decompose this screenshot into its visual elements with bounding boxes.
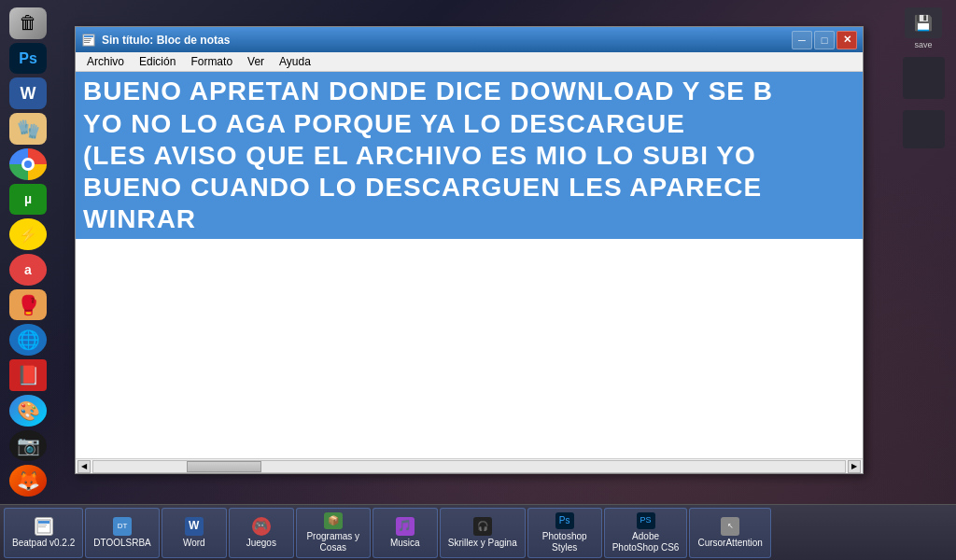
juegos-label: Juegos [246,538,276,549]
musica-label: Musica [390,538,420,549]
beatpad-label: Beatpad v0.2.2 [12,538,75,549]
psstyles-label: Photoshop Styles [542,531,587,553]
notepad-text[interactable]: BUENO APRETAN DONDE DICE DOWNLOAD Y SE B… [76,72,863,239]
svg-rect-7 [38,525,47,525]
window-titlebar[interactable]: Sin título: Bloc de notas ─ □ ✕ [76,27,863,52]
taskbar-dtoolsrba[interactable]: DT DTOOLSRBA [85,508,160,558]
svg-rect-6 [38,521,49,524]
text-line-4: BUENO CUANDO LO DESCARGUEN LES APARECE [83,172,855,203]
svg-rect-1 [84,35,93,37]
taskbar-programas[interactable]: 📦 Programas y Cosas [296,508,371,558]
book-icon[interactable]: 📕 [9,359,47,391]
firefox-icon[interactable]: 🦊 [9,465,47,497]
beatpad-icon [35,517,53,536]
menu-ver[interactable]: Ver [240,53,272,70]
window-controls: ─ □ ✕ [792,31,857,49]
psstyles-icon: Ps [555,512,574,529]
minimize-button[interactable]: ─ [792,31,812,49]
sidebar: 🗑 Ps W 🧤 µ ⚡ a 🥊 🌐 📕 🎨 📷 🦊 [0,0,56,504]
globe-icon[interactable]: 🌐 [9,324,47,356]
empty-text-area[interactable] [76,239,863,388]
cursor-icon: ↖ [721,517,739,536]
musica-icon: 🎵 [396,517,415,536]
right-panel: 💾 save [891,0,956,504]
svg-rect-4 [84,42,90,43]
maximize-button[interactable]: □ [814,31,835,49]
horizontal-scrollbar[interactable]: ◀ ▶ [76,458,863,473]
utorrent-icon[interactable]: µ [9,184,47,216]
baseball-glove-1-icon[interactable]: 🧤 [9,113,47,145]
skrillex-label: Skrillex y Pagina [448,538,517,549]
photoshop-icon[interactable]: Ps [9,43,47,75]
desktop: 🗑 Ps W 🧤 µ ⚡ a 🥊 🌐 📕 🎨 📷 🦊 💾 [0,0,956,560]
notepad-body: BUENO APRETAN DONDE DICE DOWNLOAD Y SE B… [76,72,863,458]
baseball-glove-2-icon[interactable]: 🥊 [9,289,47,321]
scroll-thumb[interactable] [187,461,261,472]
text-line-3: (LES AVISO QUE EL ARCHIVO ES MIO LO SUBI… [83,140,855,172]
menu-bar: Archivo Edición Formato Ver Ayuda [76,52,863,72]
taskbar-beatpad[interactable]: Beatpad v0.2.2 [4,508,83,558]
skrillex-icon: 🎧 [473,517,492,536]
dtoolsrba-label: DTOOLSRBA [93,538,151,549]
svg-rect-3 [84,40,91,41]
scroll-right-arrow[interactable]: ▶ [848,460,861,473]
bolt-icon[interactable]: ⚡ [9,218,47,250]
right-dark-box-2[interactable] [900,106,947,148]
pscs6-icon: PS [637,512,655,529]
juegos-icon: 🎮 [252,517,271,536]
text-line-2: YO NO LO AGA PORQUE YA LO DESCARGUE [83,108,855,140]
taskbar-cursor[interactable]: ↖ CursorAttention [689,508,770,558]
text-content-area[interactable]: BUENO APRETAN DONDE DICE DOWNLOAD Y SE B… [76,72,863,458]
scroll-track[interactable] [92,460,846,473]
taskbar-psstyles[interactable]: Ps Photoshop Styles [527,508,602,558]
taskbar-word[interactable]: W Word [162,508,227,558]
save-icon-right[interactable]: 💾 save [900,7,947,49]
pscs6-label: Adobe PhotoShop CS6 [612,531,680,553]
notepad-window-icon [81,33,96,48]
word-icon[interactable]: W [9,77,47,109]
text-line-1: BUENO APRETAN DONDE DICE DOWNLOAD Y SE B [83,76,855,107]
menu-archivo[interactable]: Archivo [79,53,132,70]
paint-icon[interactable]: 🎨 [9,395,47,427]
programas-icon: 📦 [324,512,343,529]
close-button[interactable]: ✕ [836,31,857,49]
menu-ayuda[interactable]: Ayuda [272,53,318,70]
word-taskbar-icon: W [185,517,204,536]
recycle-bin-icon[interactable]: 🗑 [9,7,47,39]
text-line-5: WINRAR [83,203,855,235]
svg-rect-8 [38,526,46,527]
word-label: Word [183,538,205,549]
notepad-window: Sin título: Bloc de notas ─ □ ✕ Archivo … [75,26,864,474]
dtoolsrba-icon: DT [113,517,132,536]
webcam-icon[interactable]: 📷 [9,430,47,462]
taskbar-skrillex[interactable]: 🎧 Skrillex y Pagina [440,508,526,558]
save-label: save [914,40,932,49]
cursor-label: CursorAttention [697,538,762,549]
right-dark-box-1[interactable] [900,57,947,99]
taskbar-pscs6[interactable]: PS Adobe PhotoShop CS6 [604,508,688,558]
programas-label: Programas y Cosas [306,531,359,553]
chrome-icon[interactable] [9,148,47,180]
window-title: Sin título: Bloc de notas [102,34,792,47]
avast-icon[interactable]: a [9,254,47,286]
menu-formato[interactable]: Formato [183,53,240,70]
taskbar-juegos[interactable]: 🎮 Juegos [229,508,294,558]
svg-rect-2 [84,38,91,39]
menu-edicion[interactable]: Edición [132,53,183,70]
taskbar: Beatpad v0.2.2 DT DTOOLSRBA W Word 🎮 Jue… [0,504,956,560]
taskbar-musica[interactable]: 🎵 Musica [373,508,438,558]
scroll-left-arrow[interactable]: ◀ [77,460,91,473]
